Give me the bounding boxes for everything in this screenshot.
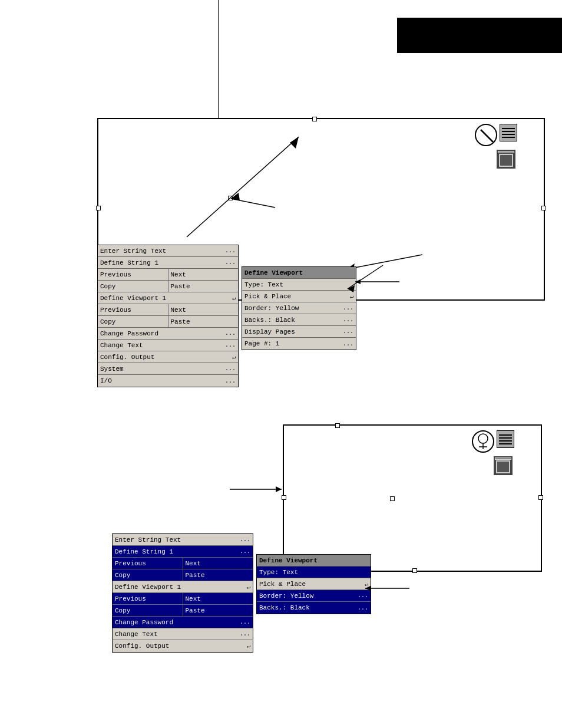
svg-marker-17 bbox=[365, 586, 371, 591]
menu-item-backs-black[interactable]: Backs.: Black ... bbox=[242, 314, 356, 326]
menu-item-paste-2[interactable]: Paste bbox=[168, 316, 239, 327]
svg-marker-2 bbox=[290, 137, 299, 149]
trash-body-bottom bbox=[496, 460, 510, 473]
menu-item-b-pick-place[interactable]: Pick & Place ↵ bbox=[257, 578, 371, 590]
list-line-4 bbox=[502, 137, 515, 138]
menu-item-change-text[interactable]: Change Text ... bbox=[98, 340, 238, 351]
menu-item-b-previous-2[interactable]: Previous bbox=[113, 593, 183, 604]
menu-item-define-string[interactable]: Define String 1 ... bbox=[98, 257, 238, 269]
menu-item-b-copy-paste-2: Copy Paste bbox=[113, 605, 253, 617]
menu-item-b-paste-2[interactable]: Paste bbox=[183, 605, 253, 616]
menu-item-b-paste-1[interactable]: Paste bbox=[183, 569, 253, 581]
handle-left[interactable] bbox=[96, 206, 101, 210]
trash-icon[interactable] bbox=[497, 150, 515, 169]
list-line-3 bbox=[502, 134, 515, 135]
menu-item-paste-1[interactable]: Paste bbox=[168, 281, 239, 292]
menu-item-system[interactable]: System ... bbox=[98, 363, 238, 375]
list-line-1 bbox=[502, 128, 515, 129]
vertical-divider-line bbox=[218, 0, 219, 118]
trash-icon-bottom[interactable] bbox=[494, 456, 513, 475]
trash-lid-bottom bbox=[495, 457, 511, 460]
menu-item-b-prev-next-1: Previous Next bbox=[113, 558, 253, 569]
menu-item-prev-next-1: Previous Next bbox=[98, 269, 238, 281]
tree-icon[interactable] bbox=[472, 430, 494, 453]
menu-item-prev-next-2: Previous Next bbox=[98, 304, 238, 316]
menu-item-b-change-text[interactable]: Change Text ... bbox=[113, 628, 253, 640]
handle-bottom-bottom[interactable] bbox=[412, 568, 417, 573]
menu-item-b-copy-2[interactable]: Copy bbox=[113, 605, 183, 616]
menu-left-bottom: Enter String Text ... Define String 1 ..… bbox=[112, 533, 253, 653]
menu-item-page-num[interactable]: Page #: 1 ... bbox=[242, 338, 356, 350]
menu-item-border-yellow[interactable]: Border: Yellow ... bbox=[242, 302, 356, 314]
menu-item-b-define-viewport[interactable]: Define Viewport 1 ↵ bbox=[113, 581, 253, 593]
list-line-2 bbox=[502, 131, 515, 132]
menu-item-config-output[interactable]: Config. Output ↵ bbox=[98, 351, 238, 363]
svg-line-9 bbox=[348, 265, 383, 289]
icon-group-top bbox=[475, 124, 517, 146]
menu-item-previous-1[interactable]: Previous bbox=[98, 269, 168, 280]
arrow-into-viewport-bottom bbox=[230, 483, 286, 495]
svg-line-3 bbox=[231, 199, 275, 207]
menu-item-b-type-text[interactable]: Type: Text bbox=[257, 566, 371, 578]
list-icon-bottom[interactable] bbox=[497, 430, 514, 448]
handle-inner-1[interactable] bbox=[228, 196, 233, 200]
menu-item-io[interactable]: I/O ... bbox=[98, 375, 238, 387]
menu-item-copy-paste-2: Copy Paste bbox=[98, 316, 238, 328]
svg-line-0 bbox=[481, 130, 494, 143]
no-symbol-icon[interactable] bbox=[475, 124, 497, 146]
menu-item-copy-paste-1: Copy Paste bbox=[98, 281, 238, 292]
menu-item-copy-1[interactable]: Copy bbox=[98, 281, 168, 292]
handle-bottom-inner[interactable] bbox=[390, 496, 395, 501]
menu-item-define-viewport[interactable]: Define Viewport 1 ↵ bbox=[98, 292, 238, 304]
menu-item-b-next-1[interactable]: Next bbox=[183, 558, 253, 569]
handle-top[interactable] bbox=[312, 117, 317, 121]
svg-line-1 bbox=[187, 137, 299, 237]
arrow-to-menus bbox=[330, 259, 389, 295]
menu-item-b-enter-string[interactable]: Enter String Text ... bbox=[113, 534, 253, 546]
menu-item-b-next-2[interactable]: Next bbox=[183, 593, 253, 604]
menu-item-b-change-password[interactable]: Change Password ... bbox=[113, 617, 253, 628]
menu-item-b-copy-1[interactable]: Copy bbox=[113, 569, 183, 581]
menu-item-b-previous-1[interactable]: Previous bbox=[113, 558, 183, 569]
menu-item-display-pages[interactable]: Display Pages ... bbox=[242, 326, 356, 338]
trash-lid bbox=[498, 151, 514, 153]
bottom-diagram-area bbox=[283, 424, 542, 572]
menu-item-b-border-yellow[interactable]: Border: Yellow ... bbox=[257, 590, 371, 602]
list-icon[interactable] bbox=[500, 124, 517, 141]
menu-right-bottom: Define Viewport Type: Text Pick & Place … bbox=[256, 554, 371, 614]
menu-item-next-2[interactable]: Next bbox=[168, 304, 239, 315]
menu-item-b-copy-paste-1: Copy Paste bbox=[113, 569, 253, 581]
menu-item-change-password[interactable]: Change Password ... bbox=[98, 328, 238, 340]
svg-marker-15 bbox=[276, 486, 282, 492]
menu-item-b-backs-black[interactable]: Backs.: Black ... bbox=[257, 602, 371, 614]
menu-left-top: Enter String Text ... Define String 1 ..… bbox=[97, 245, 239, 387]
trash-body bbox=[499, 154, 513, 167]
menu-item-copy-2[interactable]: Copy bbox=[98, 316, 168, 327]
icon-group-bottom bbox=[472, 430, 514, 453]
svg-point-11 bbox=[478, 434, 488, 443]
menu-item-previous-2[interactable]: Previous bbox=[98, 304, 168, 315]
menu-item-next-1[interactable]: Next bbox=[168, 269, 239, 280]
top-black-bar bbox=[397, 18, 562, 53]
menu-item-b-define-viewport-header: Define Viewport bbox=[257, 555, 371, 566]
menu-item-enter-string[interactable]: Enter String Text ... bbox=[98, 245, 238, 257]
menu-item-b-prev-next-2: Previous Next bbox=[113, 593, 253, 605]
handle-bottom-left[interactable] bbox=[282, 495, 286, 500]
menu-item-b-config-output[interactable]: Config. Output ↵ bbox=[113, 640, 253, 652]
menu-item-b-define-string[interactable]: Define String 1 ... bbox=[113, 546, 253, 558]
handle-right[interactable] bbox=[541, 206, 546, 210]
bottom-viewport-box bbox=[283, 424, 542, 572]
arrow-to-pick-place-bottom bbox=[362, 582, 409, 594]
handle-bottom-right[interactable] bbox=[538, 495, 543, 500]
handle-bottom-top[interactable] bbox=[335, 423, 340, 428]
